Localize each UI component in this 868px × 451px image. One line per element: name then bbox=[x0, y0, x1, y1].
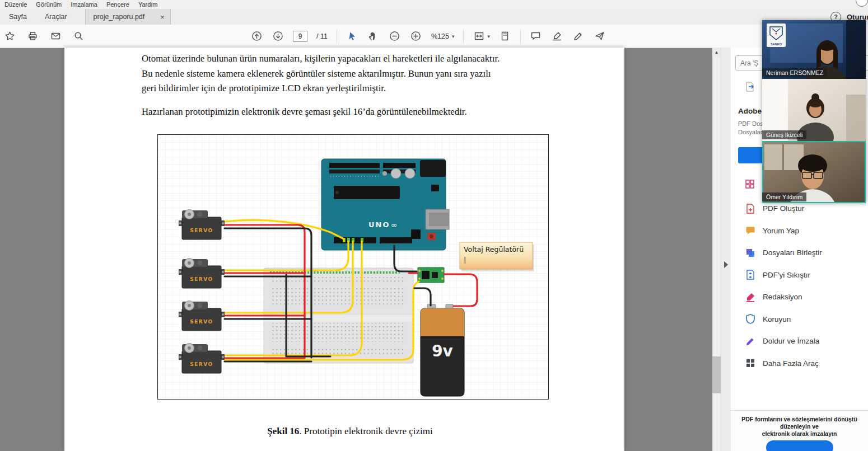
sidebar-tool-label: PDF Oluştur bbox=[763, 204, 804, 213]
figure-caption: Şekil 16. Prototipin elektronik devre çi… bbox=[142, 426, 558, 437]
sidebar-tool-label: Dosyaları Birleştir bbox=[763, 248, 822, 257]
sidebar-tool-label: Yorum Yap bbox=[763, 227, 799, 235]
tab-document-label: proje_raporu.pdf bbox=[94, 13, 145, 21]
print-icon bbox=[27, 31, 38, 41]
participant-name-label: Güneş Ikizceli bbox=[762, 130, 806, 139]
toolbar-divider bbox=[520, 30, 521, 43]
menu-sign[interactable]: Imzalama bbox=[66, 1, 102, 8]
sticky-note-text: Voltaj Regülatörü bbox=[464, 245, 524, 253]
single-page-button[interactable] bbox=[499, 28, 511, 45]
favorites-button[interactable] bbox=[3, 28, 16, 45]
arduino-logo: ∞ bbox=[391, 220, 398, 229]
plus-circle-icon bbox=[410, 31, 421, 41]
panel-edge-strip bbox=[721, 48, 732, 451]
zoom-level-dropdown[interactable]: %125 ▾ bbox=[431, 32, 455, 40]
pen-icon bbox=[573, 31, 584, 41]
promo-line: PDF formlarını ve sözleşmelerini dönüştü bbox=[731, 416, 868, 422]
page-view-icon bbox=[500, 31, 510, 41]
star-icon bbox=[4, 31, 15, 41]
figure-caption-number: Şekil 16 bbox=[267, 426, 299, 436]
chevron-down-icon: ▾ bbox=[452, 34, 455, 39]
sticky-note-annotation[interactable]: Voltaj Regülatörü | bbox=[460, 242, 534, 271]
sidebar-tool-comment[interactable]: Yorum Yap bbox=[731, 220, 868, 242]
tab-close-icon[interactable]: × bbox=[160, 13, 165, 21]
promo-line: düzenleyin ve bbox=[731, 423, 868, 430]
fit-width-icon bbox=[474, 31, 484, 41]
hand-tool-button[interactable] bbox=[367, 28, 380, 45]
menu-window[interactable]: Pencere bbox=[102, 1, 134, 8]
participant-video-2[interactable]: Güneş Ikizceli bbox=[762, 79, 866, 141]
minus-circle-icon bbox=[389, 31, 400, 41]
sidebar-tool-protect[interactable]: Koruyun bbox=[731, 308, 868, 331]
sidebar-tool-label: PDF'yi Sıkıştır bbox=[763, 271, 810, 279]
select-tool-button[interactable] bbox=[346, 28, 358, 45]
acrobat-window: Düzenle Görünüm Imzalama Pencere Yardım … bbox=[0, 0, 868, 451]
paragraph-1: Otomat üzerinde bulunan ürün numaraları,… bbox=[142, 51, 558, 96]
sidebar-tool-label: Doldur ve İmzala bbox=[763, 337, 819, 345]
arrow-up-circle-icon bbox=[251, 31, 262, 41]
chevron-down-icon: ▾ bbox=[487, 34, 490, 39]
servo-label: SERVO bbox=[190, 276, 213, 282]
share-tool-button[interactable] bbox=[594, 28, 606, 45]
highlight-tool-button[interactable] bbox=[551, 28, 563, 45]
redact-icon bbox=[745, 292, 756, 303]
menu-help[interactable]: Yardım bbox=[134, 1, 162, 8]
previous-page-button[interactable] bbox=[250, 28, 263, 45]
servo-label: SERVO bbox=[190, 319, 213, 325]
participant-name-label: Ömer Yıldırım bbox=[762, 192, 806, 201]
sticky-note-cursor: | bbox=[464, 256, 466, 264]
menu-edit[interactable]: Düzenle bbox=[0, 1, 31, 8]
envelope-icon bbox=[50, 31, 61, 41]
paragraph-line: Bu nedenle sisteme kamera eklenerek görü… bbox=[142, 67, 558, 82]
tab-tools[interactable]: Araçlar bbox=[36, 9, 76, 25]
scrollbar-up-icon[interactable]: ▲ bbox=[712, 48, 721, 57]
comment-tool-button[interactable] bbox=[530, 28, 542, 45]
servo-label: SERVO bbox=[190, 361, 213, 367]
participant-video-1[interactable]: SANKO Neriman ERSÖNMEZ bbox=[762, 20, 866, 79]
panel-collapse-chevron-icon[interactable] bbox=[724, 261, 728, 268]
menu-view[interactable]: Görünüm bbox=[31, 1, 66, 8]
export-pdf-icon bbox=[744, 81, 755, 92]
sidebar-promo: PDF formlarını ve sözleşmelerini dönüştü… bbox=[731, 410, 868, 451]
tools-list: PDF Oluştur Yorum Yap Dosyaları Birleşti… bbox=[731, 198, 868, 374]
paragraph-line: geri bildirimler için de prototipimize L… bbox=[142, 81, 558, 96]
menu-bar: Düzenle Görünüm Imzalama Pencere Yardım bbox=[0, 0, 868, 9]
print-button[interactable] bbox=[26, 28, 39, 45]
sign-tool-button[interactable] bbox=[572, 28, 585, 45]
pdf-page: Otomat üzerinde bulunan ürün numaraları,… bbox=[64, 48, 624, 451]
arduino-label: UNO bbox=[368, 220, 390, 229]
next-page-button[interactable] bbox=[272, 28, 284, 45]
promo-action-button[interactable] bbox=[766, 440, 833, 451]
toolbar-divider bbox=[337, 30, 337, 43]
participant-name-label: Neriman ERSÖNMEZ bbox=[762, 68, 827, 77]
sidebar-tool-redact[interactable]: Redaksiyon bbox=[731, 286, 868, 308]
participant-video-3-active-speaker[interactable]: Ömer Yıldırım bbox=[762, 141, 866, 203]
toolbar-center-group: / 11 %125 ▾ ▾ bbox=[250, 25, 606, 48]
fill-sign-pen-icon bbox=[745, 336, 756, 347]
zoom-in-button[interactable] bbox=[410, 28, 422, 45]
cursor-icon bbox=[347, 31, 357, 41]
fit-width-dropdown[interactable] bbox=[473, 28, 485, 45]
page-number-input[interactable] bbox=[293, 31, 307, 42]
promo-line: elektronik olarak imzalayın bbox=[731, 430, 868, 437]
battery-label: 9v bbox=[432, 342, 453, 360]
toolbar-left-group bbox=[3, 25, 85, 48]
sidebar-tool-more-tools[interactable]: Daha Fazla Araç bbox=[731, 353, 868, 375]
comment-icon bbox=[745, 225, 756, 236]
zoom-out-button[interactable] bbox=[389, 28, 401, 45]
sidebar-tool-fill-sign[interactable]: Doldur ve İmzala bbox=[731, 330, 868, 353]
voltage-regulator bbox=[418, 267, 444, 283]
scrollbar-thumb[interactable] bbox=[712, 356, 721, 393]
sidebar-tool-compress-pdf[interactable]: PDF'yi Sıkıştır bbox=[731, 264, 868, 286]
video-call-overlay: SANKO Neriman ERSÖNMEZ bbox=[762, 20, 866, 203]
sidebar-tool-label: Koruyun bbox=[763, 315, 791, 323]
toolbar-divider bbox=[463, 30, 464, 43]
sidebar-tool-combine-files[interactable]: Dosyaları Birleştir bbox=[731, 242, 868, 264]
paragraph-line: Otomat üzerinde bulunan ürün numaraları,… bbox=[142, 51, 558, 67]
email-button[interactable] bbox=[49, 28, 62, 45]
tab-home[interactable]: Sayfa bbox=[0, 9, 36, 25]
arrow-down-circle-icon bbox=[273, 31, 283, 41]
find-button[interactable] bbox=[72, 28, 85, 45]
tab-document[interactable]: proje_raporu.pdf × bbox=[85, 9, 171, 25]
paragraph-2: Hazırlanan prototipimizin elektronik dev… bbox=[142, 106, 558, 118]
